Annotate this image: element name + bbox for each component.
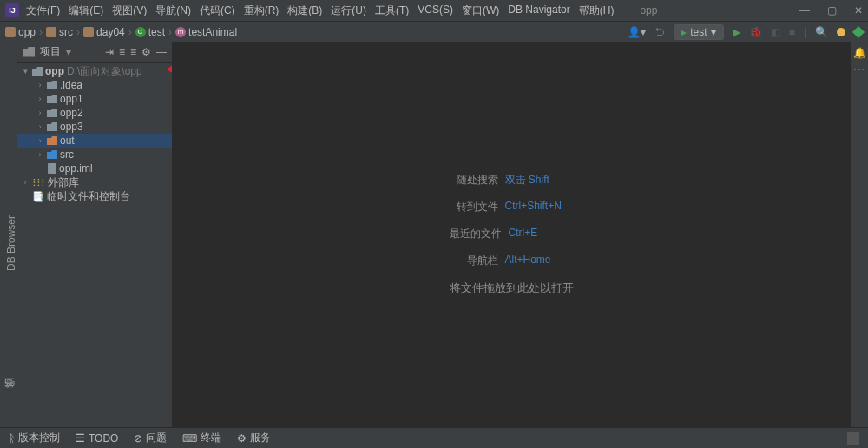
run-config-dropdown[interactable]: ▸test▾ (674, 24, 723, 40)
select-opened-icon[interactable]: ⇥ (105, 46, 114, 58)
module-icon (47, 122, 57, 131)
menu-code[interactable]: 代码(C) (200, 3, 235, 18)
menu-vcs[interactable]: VCS(S) (418, 3, 453, 18)
folder-icon (83, 27, 94, 37)
tool-problems[interactable]: ⊘问题 (134, 431, 167, 445)
project-tool-window: 项目 ▾ ⇥ ≡ ≡ ⚙ — ▾ opp D:\面向对象\opp ›.idea … (17, 42, 172, 427)
menu-refactor[interactable]: 重构(R) (244, 3, 279, 18)
tree-item-idea[interactable]: ›.idea (17, 78, 172, 92)
debug-icon[interactable]: 🐞 (749, 26, 762, 38)
menu-file[interactable]: 文件(F) (26, 3, 60, 18)
bottom-tool-strip: ᚱ版本控制 ☰TODO ⊘问题 ⌨终端 ⚙服务 (0, 427, 868, 448)
hide-icon[interactable]: — (156, 46, 167, 58)
window-controls: — ▢ ✕ (799, 4, 863, 16)
folder-icon (47, 81, 57, 89)
libraries-icon: ᎒᎒᎒ (32, 177, 45, 188)
gutter-db-browser[interactable]: DB Browser (5, 212, 17, 274)
search-icon[interactable]: 🔍 (815, 26, 828, 38)
stop-icon[interactable]: ■ (789, 26, 795, 38)
menu-build[interactable]: 构建(B) (287, 3, 322, 18)
hint-goto-file: 转到文件Ctrl+Shift+N (450, 200, 574, 214)
breadcrumb: opp › src › day04 › Ctest › mtestAnimal (5, 26, 237, 38)
crumb-test[interactable]: Ctest (135, 26, 165, 38)
menu-dbnav[interactable]: DB Navigator (508, 3, 569, 18)
file-icon (48, 163, 56, 174)
output-folder-icon (47, 136, 57, 145)
module-icon (47, 95, 57, 103)
expand-all-icon[interactable]: ≡ (119, 46, 125, 58)
tree-libs[interactable]: ›᎒᎒᎒外部库 (17, 175, 172, 189)
tree-item-src[interactable]: ›src (17, 148, 172, 161)
tool-services[interactable]: ⚙服务 (237, 431, 271, 445)
menu-edit[interactable]: 编辑(E) (69, 3, 103, 18)
menu-navigate[interactable]: 导航(N) (155, 3, 191, 18)
ide-status-icon[interactable] (852, 25, 865, 37)
menu-run[interactable]: 运行(U) (331, 3, 366, 18)
folder-icon (46, 27, 56, 37)
collapse-all-icon[interactable]: ≡ (130, 46, 136, 58)
minimize-icon[interactable]: — (799, 4, 810, 16)
problems-icon: ⊘ (134, 432, 142, 445)
menu-view[interactable]: 视图(V) (112, 3, 147, 18)
editor-empty-state: 随处搜索双击 Shift 转到文件Ctrl+Shift+N 最近的文件Ctrl+… (172, 42, 851, 427)
user-icon[interactable]: 👤▾ (628, 26, 646, 38)
navigation-bar: opp › src › day04 › Ctest › mtestAnimal … (0, 21, 868, 42)
crumb-opp[interactable]: opp (5, 26, 36, 38)
tree-item-opp3[interactable]: ›opp3 (17, 120, 172, 134)
tool-vcs[interactable]: ᚱ版本控制 (9, 431, 60, 445)
tree-item-out[interactable]: ›out (17, 134, 172, 148)
expand-icon[interactable]: ▾ (21, 67, 30, 76)
tool-window-toggle-icon[interactable] (847, 432, 859, 445)
scratches-icon: 📑 (32, 191, 44, 202)
crumb-src[interactable]: src (46, 26, 73, 38)
tree-item-iml[interactable]: opp.iml (17, 161, 172, 175)
menu-window[interactable]: 窗口(W) (462, 3, 499, 18)
build-icon[interactable]: ⮌ (654, 26, 665, 38)
menu-tools[interactable]: 工具(T) (375, 3, 409, 18)
ide-update-icon[interactable] (837, 28, 845, 36)
crumb-day04[interactable]: day04 (83, 26, 125, 38)
tree-root[interactable]: ▾ opp D:\面向对象\opp (17, 64, 172, 78)
maximize-icon[interactable]: ▢ (827, 4, 837, 16)
terminal-icon: ⌨ (182, 432, 197, 445)
run-icon[interactable]: ▶ (733, 26, 740, 38)
toolbar-right: 👤▾ ⮌ ▸test▾ ▶ 🐞 ◧ ■ | 🔍 (628, 24, 863, 40)
tool-terminal[interactable]: ⌨终端 (182, 431, 221, 445)
services-icon: ⚙ (237, 432, 247, 445)
vcs-icon: ᚱ (9, 432, 15, 445)
tool-todo[interactable]: ☰TODO (76, 432, 118, 445)
tree-scratches[interactable]: 📑临时文件和控制台 (17, 189, 172, 203)
project-icon (23, 47, 35, 57)
tree-item-opp2[interactable]: ›opp2 (17, 106, 172, 120)
project-header-label[interactable]: 项目 (40, 44, 61, 59)
right-tool-gutter: 🔔 ⋮ (851, 42, 868, 427)
source-folder-icon (47, 150, 57, 159)
left-gutter-bottom: 书签 结构 (0, 366, 17, 427)
menu-help[interactable]: 帮助(H) (579, 3, 615, 18)
chevron-down-icon[interactable]: ▾ (66, 46, 71, 58)
test-icon: C (135, 27, 146, 37)
module-icon (32, 67, 43, 76)
hint-navbar: 导航栏Alt+Home (450, 254, 574, 268)
tree-item-opp1[interactable]: ›opp1 (17, 92, 172, 106)
crumb-testanimal[interactable]: mtestAnimal (175, 26, 237, 38)
close-icon[interactable]: ✕ (854, 4, 863, 16)
todo-icon: ☰ (76, 432, 85, 445)
title-bar: IJ 文件(F) 编辑(E) 视图(V) 导航(N) 代码(C) 重构(R) 构… (0, 0, 868, 21)
hint-drop: 将文件拖放到此处以打开 (450, 280, 574, 296)
project-header: 项目 ▾ ⇥ ≡ ≡ ⚙ — (17, 42, 172, 63)
coverage-icon[interactable]: ◧ (771, 26, 780, 38)
folder-icon (5, 27, 16, 37)
module-icon (47, 109, 57, 117)
project-tree: ▾ opp D:\面向对象\opp ›.idea ›opp1 ›opp2 ›op… (17, 63, 172, 427)
method-icon: m (175, 27, 186, 37)
hint-recent: 最近的文件Ctrl+E (450, 227, 574, 241)
notifications-icon[interactable]: 🔔 (853, 47, 866, 59)
gear-icon[interactable]: ⚙ (141, 46, 151, 58)
window-title: opp (640, 4, 657, 16)
app-logo: IJ (5, 3, 19, 17)
database-icon[interactable]: ⋮ (853, 64, 865, 75)
main-menu: 文件(F) 编辑(E) 视图(V) 导航(N) 代码(C) 重构(R) 构建(B… (26, 3, 614, 18)
hint-search: 随处搜索双击 Shift (450, 173, 574, 188)
